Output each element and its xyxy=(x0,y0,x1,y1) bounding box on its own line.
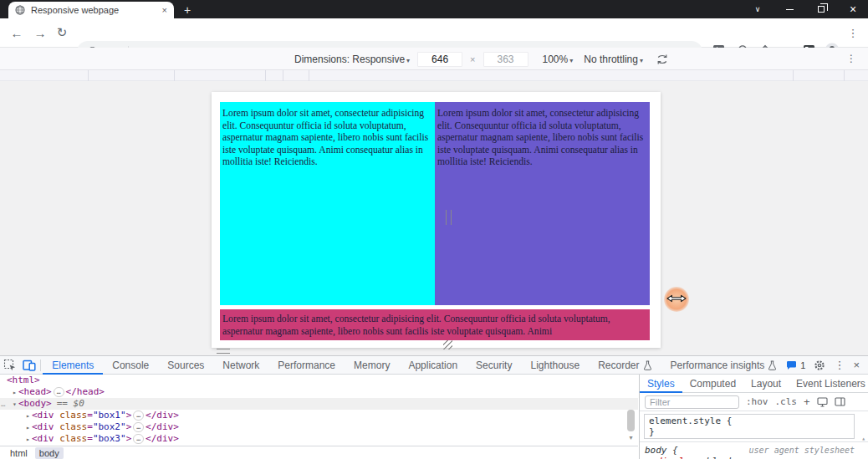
chevron-down-icon: ▾ xyxy=(569,57,573,64)
tab-styles[interactable]: Styles xyxy=(640,375,682,393)
styles-rules: element.style { } user agent stylesheet … xyxy=(640,414,868,459)
page-box1: Lorem ipsum dolor sit amet, consectetur … xyxy=(220,102,435,305)
device-emulation-viewport: Lorem ipsum dolor sit amet, consectetur … xyxy=(0,81,868,355)
rendering-emulation-icon[interactable] xyxy=(817,397,828,407)
tab-recorder[interactable]: Recorder xyxy=(589,356,661,375)
body-style-rule[interactable]: user agent stylesheet body { display: bl… xyxy=(640,442,868,459)
tree-row-div-box3[interactable]: ▸<div class="box3">…</div> xyxy=(0,433,638,445)
window-close-button[interactable]: × xyxy=(840,0,866,18)
styles-toolbar: :hov .cls + xyxy=(640,393,868,411)
chevron-down-icon: ▾ xyxy=(640,57,643,64)
tab-layout[interactable]: Layout xyxy=(743,375,789,393)
element-style-selector[interactable]: element.style { xyxy=(649,416,850,426)
rendered-page[interactable]: Lorem ipsum dolor sit amet, consectetur … xyxy=(212,92,661,348)
throttling-select[interactable]: No throttling▾ xyxy=(584,54,643,65)
tab-lighthouse[interactable]: Lighthouse xyxy=(521,356,589,375)
tab-security[interactable]: Security xyxy=(467,356,521,375)
tab-close-icon[interactable]: × xyxy=(162,5,167,15)
viewport-resize-handle-bottom[interactable] xyxy=(217,349,230,354)
reload-button[interactable]: ↻ xyxy=(52,23,72,43)
scrollbar-thumb[interactable] xyxy=(627,410,635,431)
rotate-viewport-icon[interactable] xyxy=(656,54,669,65)
tab-console[interactable]: Console xyxy=(103,356,158,375)
forward-button[interactable]: → xyxy=(30,23,50,43)
viewport-resize-handle-right[interactable] xyxy=(446,210,452,225)
collapse-arrow-icon[interactable]: ▾ xyxy=(11,399,18,411)
tab-event-listeners[interactable]: Event Listeners xyxy=(789,375,868,393)
tree-row-div-box2[interactable]: ▸<div class="box2">…</div> xyxy=(0,421,638,433)
browser-window: Responsive webpage × + ∨ × ← → ↻ i File … xyxy=(0,0,868,459)
expand-arrow-icon[interactable]: ▸ xyxy=(11,387,18,399)
computed-styles-panel-icon[interactable] xyxy=(835,397,845,406)
new-tab-button[interactable]: + xyxy=(184,3,191,18)
minimize-button[interactable] xyxy=(776,0,803,18)
element-classes-button[interactable]: .cls xyxy=(775,396,798,407)
collapsed-content-icon[interactable]: … xyxy=(133,434,144,444)
tab-memory[interactable]: Memory xyxy=(345,356,399,375)
flask-icon xyxy=(768,360,777,370)
devtools-menu-icon[interactable]: ⋮ xyxy=(834,359,845,371)
expand-arrow-icon[interactable]: ▸ xyxy=(24,434,32,446)
inspect-element-icon[interactable] xyxy=(0,356,19,375)
element-style-rule[interactable]: element.style { } xyxy=(644,414,855,439)
page-box2: Lorem ipsum dolor sit amet, consectetur … xyxy=(435,102,650,305)
dollar-zero-flag: == $0 xyxy=(57,398,84,409)
css-property-name[interactable]: display xyxy=(656,456,695,459)
tab-computed[interactable]: Computed xyxy=(682,375,743,393)
devtools-tab-bar: Elements Console Sources Network Perform… xyxy=(0,356,868,375)
dimensions-times-label: × xyxy=(470,54,475,64)
stylesheet-origin-label: user agent stylesheet xyxy=(749,445,855,456)
badge-count: 1 xyxy=(800,360,805,370)
styles-tab-bar: Styles Computed Layout Event Listeners » xyxy=(640,375,868,393)
collapsed-content-icon[interactable]: … xyxy=(133,422,144,432)
scroll-down-icon[interactable]: ▾ xyxy=(627,434,635,441)
tree-row-div-box1[interactable]: ▸<div class="box1">…</div> xyxy=(0,410,638,421)
chevron-down-icon: ▾ xyxy=(406,57,410,64)
expand-arrow-icon[interactable]: ▸ xyxy=(24,411,32,422)
browser-menu-icon[interactable]: ⋮ xyxy=(843,23,863,43)
collapsed-content-icon[interactable]: … xyxy=(54,387,64,397)
tab-application[interactable]: Application xyxy=(399,356,467,375)
collapsed-content-icon[interactable]: … xyxy=(133,411,144,421)
tab-performance[interactable]: Performance xyxy=(268,356,345,375)
device-toolbar-menu-icon[interactable]: ⋮ xyxy=(846,53,856,64)
tree-row-html[interactable]: <html> xyxy=(0,375,638,386)
tree-row-body-selected[interactable]: …▾<body>== $0 xyxy=(0,398,638,410)
tab-network[interactable]: Network xyxy=(213,356,268,375)
elements-scrollbar[interactable]: ▾ xyxy=(625,375,636,446)
hover-dots-icon[interactable]: … xyxy=(1,398,5,410)
element-style-close-brace: } xyxy=(649,426,850,437)
viewport-resize-handle-corner[interactable] xyxy=(443,340,452,349)
devtools-settings-gear-icon[interactable] xyxy=(814,360,825,371)
css-property-value[interactable]: block; xyxy=(707,456,740,459)
browser-tab[interactable]: Responsive webpage × xyxy=(8,2,174,18)
toggle-hover-state-button[interactable]: :hov xyxy=(746,396,768,407)
media-query-bar[interactable] xyxy=(0,70,868,81)
styles-filter-input[interactable] xyxy=(645,395,739,409)
viewport-width-input[interactable] xyxy=(417,52,462,67)
title-bar: Responsive webpage × + ∨ × xyxy=(0,0,868,18)
globe-favicon-icon xyxy=(15,5,25,15)
devtools-close-icon[interactable]: × xyxy=(853,359,860,371)
page-box3: Lorem ipsum dolor sit amet, consectetur … xyxy=(220,309,650,340)
zoom-select[interactable]: 100%▾ xyxy=(543,54,574,65)
tree-row-head[interactable]: ▸<head>…</head> xyxy=(0,386,638,398)
new-style-rule-icon[interactable]: + xyxy=(804,395,810,408)
scroll-up-icon[interactable]: ▴ xyxy=(861,435,865,442)
back-button[interactable]: ← xyxy=(7,23,27,43)
device-toolbar-toggle-icon[interactable] xyxy=(19,356,38,375)
tab-search-chevron-icon[interactable]: ∨ xyxy=(744,0,771,18)
navigation-toolbar: ← → ↻ i File F:/myweb/learn-css/responsi… xyxy=(0,18,868,48)
devtools-panel: Elements Console Sources Network Perform… xyxy=(0,355,868,459)
dimensions-select[interactable]: Dimensions: Responsive▾ xyxy=(294,54,410,65)
expand-arrow-icon[interactable]: ▸ xyxy=(24,422,32,434)
restore-button[interactable] xyxy=(808,0,835,18)
console-message-badge[interactable]: 1 xyxy=(786,360,805,370)
breadcrumb-html[interactable]: html xyxy=(6,447,32,459)
tab-sources[interactable]: Sources xyxy=(158,356,213,375)
flask-icon xyxy=(643,360,652,370)
viewport-height-input[interactable] xyxy=(483,52,528,67)
tab-performance-insights[interactable]: Performance insights xyxy=(661,356,787,375)
breadcrumb-body[interactable]: body xyxy=(35,447,64,459)
tab-elements[interactable]: Elements xyxy=(43,356,103,375)
